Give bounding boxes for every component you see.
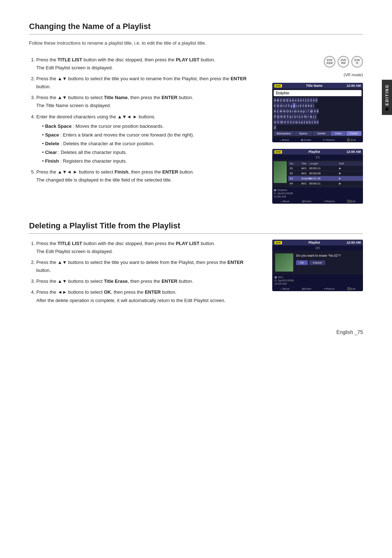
cancel-button[interactable]: Cancel xyxy=(309,260,326,265)
key-i: i xyxy=(296,103,297,108)
editing-tab: EDITING xyxy=(382,80,392,115)
delete-buttons: OK Cancel xyxy=(296,260,360,265)
step-1: Press the TITLE LIST button with the dis… xyxy=(36,56,258,72)
key-l: l xyxy=(292,109,293,114)
nav2-move: ⬦ Move xyxy=(280,200,290,203)
row1-no: 01 xyxy=(290,167,301,170)
key-k: k xyxy=(289,109,291,114)
del-title: Playlist xyxy=(309,241,320,244)
key-W: W xyxy=(280,119,283,125)
key-8: 8 xyxy=(305,103,307,108)
key-M: M xyxy=(279,109,283,114)
key-j: j xyxy=(298,103,299,108)
key-X: X xyxy=(284,119,286,125)
key-p: p xyxy=(303,109,305,114)
table-row: 04 AV1 00:00:11 ▶ xyxy=(288,181,363,186)
ok-button[interactable]: OK xyxy=(296,260,308,265)
key-d2: d xyxy=(314,119,316,125)
key-a2: a xyxy=(306,119,308,125)
delete-question: Do you want to erase "No.02"? xyxy=(296,253,360,258)
screen3-nav: ⬦ Move @Enter ↩Return ⬛Exit xyxy=(272,286,363,291)
del-page: 2/2 xyxy=(272,245,363,251)
section1-body: Press the TITLE LIST button with the dis… xyxy=(29,56,363,207)
key-star: * xyxy=(307,109,309,114)
col-length: Length xyxy=(309,162,338,165)
key-A: A xyxy=(274,98,276,103)
key-G: G xyxy=(277,103,279,108)
key-c2: c xyxy=(311,119,314,125)
key-sym1: ! xyxy=(313,103,314,108)
nav3-move: ⬦ Move xyxy=(280,287,290,290)
key-x: x xyxy=(298,119,301,125)
key-z2: z xyxy=(303,119,306,125)
action-buttons-row: Backspace Space Delete Clear Finish xyxy=(274,131,362,136)
key-lparen: ( xyxy=(313,114,315,119)
row4-no: 04 xyxy=(290,182,301,185)
section2-body: Press the TITLE LIST button with the dis… xyxy=(29,240,363,307)
key-V: V xyxy=(277,119,279,125)
key-o: o xyxy=(300,109,302,114)
key-y: y xyxy=(301,119,303,125)
key-amp: & xyxy=(310,114,312,119)
title-name-content: Dolphin A B C D E a b c d e f 1 2 3 xyxy=(272,89,363,138)
step5-bold1: Finish xyxy=(115,169,128,175)
clear-button[interactable]: Clear xyxy=(331,131,346,136)
key-u2: u xyxy=(290,119,292,125)
s2-step-2: Press the ▲▼ buttons to select the title… xyxy=(36,258,258,274)
key-Y: Y xyxy=(287,119,289,125)
page-number: English _75 xyxy=(29,322,363,335)
step3-note: The Title Name screen is displayed. xyxy=(36,103,111,108)
nav3-enter: @Enter xyxy=(302,287,311,290)
s2-step4-note: After the delete operation is complete, … xyxy=(36,298,225,303)
delete-dialog: Do you want to erase "No.02"? OK Cancel xyxy=(296,253,360,272)
table-row: 02 AV1 00:00:09 ▶ xyxy=(288,171,363,176)
key-9: 9 xyxy=(307,103,310,108)
vr-mode-label: (VR mode) xyxy=(344,73,363,77)
key-Z: Z xyxy=(274,125,276,130)
key-N: N xyxy=(283,109,286,114)
row2-title: AV1 xyxy=(301,172,309,175)
dvd-icons-row: DVDRAM DVDRW DVDR xyxy=(324,56,363,68)
key-hash: # xyxy=(314,109,316,114)
key-T2: T xyxy=(286,114,289,119)
step3-bold1: Title Name xyxy=(104,95,128,100)
col-edit: Edit xyxy=(339,162,357,165)
bullet-delete: Delete : Deletes the character at the cu… xyxy=(42,140,258,148)
keyboard-row-6: Z xyxy=(274,125,362,130)
nav3-return: ↩Return xyxy=(324,287,335,290)
s2-step3-bold1: Title Erase xyxy=(104,278,128,284)
step4-bullets: Back Space : Moves the cursor one positi… xyxy=(36,122,258,165)
step1-bold2: PLAY LIST xyxy=(176,57,199,62)
key-dollar: $ xyxy=(317,109,319,114)
row3-length: 00:01:36 xyxy=(309,177,338,180)
dvd-rw-icon: DVDRW xyxy=(338,56,349,68)
nav-move: ⬦ Move xyxy=(279,138,289,142)
bullet-finish: Finish : Registers the character inputs. xyxy=(42,157,258,165)
s2-step1-note: The Edit Playlist screen is displayed. xyxy=(36,249,113,254)
key-e: e xyxy=(300,98,302,103)
key-R: R xyxy=(280,114,283,119)
key-r: r xyxy=(292,114,294,119)
key-w: w xyxy=(295,119,298,125)
nav3-exit: ⬛Exit xyxy=(347,287,355,290)
playlist-rows: No. Title Length Edit 01 AV1 00:00:11 ▶ … xyxy=(288,161,363,186)
finish-button[interactable]: Finish xyxy=(346,131,362,136)
del-time: 12:00 AM xyxy=(347,241,361,244)
delete-button[interactable]: Delete xyxy=(313,131,330,136)
s2-step4-bold1: OK xyxy=(104,289,111,295)
nav-exit: ⬛Exit xyxy=(347,138,356,142)
key-J: J xyxy=(285,103,287,108)
key-B: B xyxy=(277,98,279,103)
row4-arrow: ▶ xyxy=(339,182,357,185)
backspace-button[interactable]: Backspace xyxy=(274,131,294,136)
row1-length: 00:00:11 xyxy=(309,167,338,170)
col-no: No. xyxy=(290,162,301,165)
row1-title: AV1 xyxy=(301,167,309,170)
bullet-space: Space : Enters a blank and moves the cur… xyxy=(42,131,258,139)
delete-thumbnail xyxy=(275,253,293,272)
space-button[interactable]: Space xyxy=(294,131,312,136)
title-input: Dolphin xyxy=(274,90,362,96)
playlist-thumbnail xyxy=(274,161,287,183)
table-row-selected: 03 Dolphin 00:01:36 ▶ xyxy=(288,176,363,181)
key-F: F xyxy=(274,103,276,108)
